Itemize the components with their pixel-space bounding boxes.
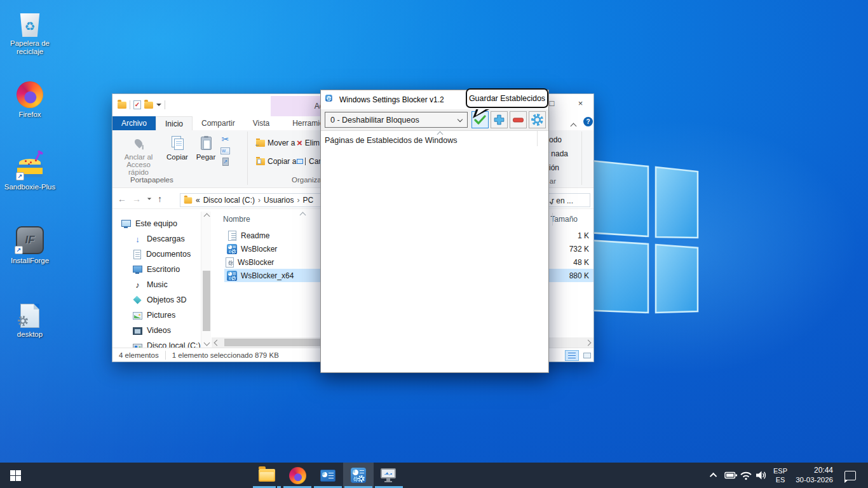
blocker-list-header[interactable]: Páginas de Establecidos de Windows — [321, 131, 548, 147]
config-file-icon — [20, 304, 39, 328]
desktop-icon-firefox[interactable]: Firefox — [3, 76, 57, 119]
sidebar-item-descargas[interactable]: ↓ Descargas — [133, 231, 185, 247]
taskbar-item-monitor-app[interactable] — [374, 463, 404, 488]
shortcut-arrow-icon: ↗ — [15, 246, 23, 254]
tray-show-hidden-icons[interactable] — [707, 463, 722, 488]
action-center-icon — [844, 471, 856, 480]
taskbar-item-explorer[interactable] — [252, 463, 282, 488]
downloads-icon: ↓ — [133, 234, 142, 244]
profile-combobox[interactable]: 0 - Deshabilitar Bloqueos — [325, 112, 468, 128]
sidebar-item-pictures[interactable]: Pictures — [133, 308, 175, 323]
tray-volume[interactable] — [754, 463, 769, 488]
pin-quick-access-button[interactable]: Anclar al Acceso rápido — [116, 133, 161, 176]
tray-clock[interactable]: 20:44 30-03-2026 — [791, 463, 833, 488]
sidebar-item-videos[interactable]: Videos — [133, 323, 171, 338]
paste-shortcut-icon[interactable]: ↗ — [222, 158, 229, 166]
clipboard-small-buttons: ✂ W... ↗ — [220, 134, 230, 166]
recent-locations-icon[interactable] — [147, 198, 151, 200]
battery-icon — [724, 471, 738, 480]
desktop-icon-desktop-ini[interactable]: desktop — [3, 296, 57, 339]
copy-button[interactable]: Copiar — [163, 133, 191, 161]
column-header-tamano[interactable]: Tamaño — [550, 215, 578, 224]
sidebar-item-objetos-3d[interactable]: Objetos 3D — [133, 292, 187, 308]
qat-customize-icon[interactable] — [156, 104, 161, 106]
details-view-button[interactable] — [565, 350, 579, 361]
action-center-button[interactable] — [837, 463, 863, 488]
search-input[interactable]: r en ... — [548, 193, 590, 207]
collapse-ribbon-icon[interactable] — [571, 119, 576, 131]
sidebar-item-documentos[interactable]: Documentos — [133, 247, 191, 262]
wsblocker-app-icon — [227, 271, 237, 281]
cut-icon[interactable]: ✂ — [222, 134, 229, 144]
clock-time: 20:44 — [814, 466, 833, 475]
taskbar-item-wsblocker-active[interactable] — [343, 463, 374, 488]
group-select-label: ar — [550, 177, 556, 185]
desktop-icon — [133, 266, 142, 273]
desktop-icon-sandboxie[interactable]: ↗ Sandboxie-Plus — [3, 149, 57, 191]
breadcrumb-crumb[interactable]: PC — [302, 196, 313, 205]
column-divider[interactable] — [552, 213, 553, 226]
selection-info: 1 elemento seleccionado 879 KB — [172, 351, 279, 359]
column-divider[interactable] — [537, 131, 538, 146]
help-icon[interactable]: ? — [583, 117, 593, 126]
tray-language[interactable]: ESP ES — [770, 463, 791, 488]
column-header-nombre[interactable]: Nombre — [223, 215, 250, 224]
sidebar-item-este-equipo[interactable]: Este equipo — [121, 216, 177, 231]
move-to-button[interactable]: ← Mover a — [256, 139, 302, 147]
desktop-icon-label: Sandboxie-Plus — [3, 183, 57, 191]
taskbar-item-document-app[interactable] — [313, 463, 343, 488]
sidebar-item-music[interactable]: ♪ Music — [133, 277, 168, 292]
up-icon[interactable]: ↑ — [158, 194, 162, 204]
scroll-right-icon[interactable] — [585, 339, 592, 346]
scroll-left-icon[interactable] — [214, 339, 220, 346]
sidebar-item-escritorio[interactable]: Escritorio — [133, 262, 180, 277]
folder-icon[interactable] — [118, 102, 126, 109]
breadcrumb-collapse[interactable]: « — [196, 196, 200, 205]
recycle-symbol-icon: ♻ — [18, 19, 42, 34]
desktop-icon-recycle-bin[interactable]: ♻ Papelera de reciclaje — [3, 5, 57, 56]
delete-button[interactable]: × Elim — [297, 139, 320, 147]
thumbnail-view-button[interactable] — [580, 350, 594, 361]
scroll-up-icon[interactable] — [203, 214, 210, 220]
tray-wifi[interactable] — [738, 463, 754, 488]
settings-button[interactable] — [529, 111, 546, 128]
copy-path-icon[interactable]: W... — [220, 147, 230, 154]
scroll-down-icon[interactable] — [203, 340, 210, 346]
windows-start-icon — [10, 470, 21, 481]
pin-icon — [133, 138, 144, 149]
close-button[interactable]: × — [566, 94, 595, 113]
scrollbar-thumb[interactable] — [203, 271, 210, 331]
tab-compartir[interactable]: Compartir — [193, 116, 244, 130]
sidebar-item-disco-local[interactable]: Disco local (C:) — [133, 338, 201, 348]
pictures-icon — [133, 312, 142, 320]
select-all-button[interactable]: todo — [547, 135, 562, 144]
blocker-list-area[interactable] — [321, 147, 548, 372]
taskbar-item-firefox[interactable] — [282, 463, 313, 488]
installforge-letters: IF — [25, 234, 34, 247]
tab-archivo[interactable]: Archivo — [112, 116, 156, 130]
back-icon[interactable]: ← — [118, 194, 126, 204]
crumb-separator: › — [258, 196, 261, 205]
desktop-icon-installforge[interactable]: IF ↗ InstallForge — [3, 222, 57, 265]
breadcrumb-crumb[interactable]: Usuarios — [264, 196, 294, 205]
sidebar-scrollbar[interactable] — [201, 212, 211, 348]
chevron-down-icon — [458, 117, 463, 122]
tab-vista[interactable]: Vista — [244, 116, 278, 130]
tooltip: Guardar Establecidos — [466, 88, 548, 108]
forward-icon[interactable]: → — [132, 194, 141, 204]
installforge-icon: IF ↗ — [16, 226, 44, 254]
keyboard-layout: ES — [776, 475, 785, 484]
remove-button[interactable] — [510, 111, 527, 128]
new-folder-icon[interactable] — [144, 102, 153, 109]
paste-button[interactable]: Pegar — [193, 133, 219, 161]
add-button[interactable] — [491, 111, 508, 128]
group-clipboard-label: Portapapeles — [130, 176, 173, 184]
tab-inicio[interactable]: Inicio — [156, 116, 193, 130]
wifi-icon — [740, 471, 752, 480]
properties-icon[interactable]: ✓ — [133, 100, 141, 109]
start-button[interactable] — [0, 463, 31, 488]
file-explorer-icon — [259, 469, 275, 482]
breadcrumb-crumb[interactable]: Disco local (C:) — [203, 196, 255, 205]
file-size: 880 K — [551, 271, 589, 280]
tray-battery[interactable] — [723, 463, 738, 488]
